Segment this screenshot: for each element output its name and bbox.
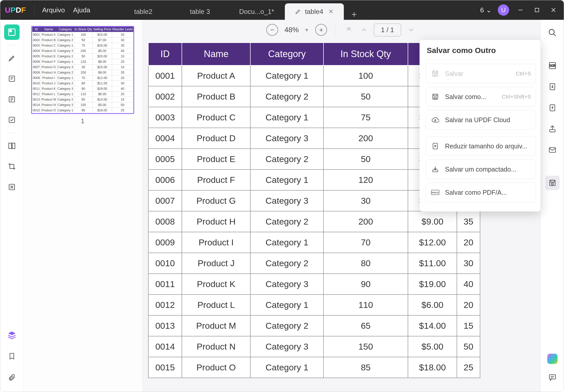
table-cell: 70: [323, 232, 408, 253]
minimize-button[interactable]: [515, 5, 526, 15]
table-row: 0012Product LCategory 1110$6.0020: [148, 295, 480, 315]
table-cell: 0009: [148, 232, 182, 253]
layers-tool[interactable]: [4, 327, 20, 343]
save-cloud-button[interactable]: Salvar na UPDF Cloud: [426, 110, 536, 130]
next-page-button[interactable]: [406, 25, 416, 35]
left-toolbar-bottom: [4, 327, 20, 392]
share-button[interactable]: [545, 122, 560, 136]
zoom-in-button[interactable]: +: [315, 24, 327, 36]
table-cell: 50: [323, 149, 408, 170]
table-row: 0011Product KCategory 390$19.0040: [148, 274, 480, 295]
table-cell: Product O: [182, 357, 250, 378]
table-row: 0008Product HCategory 2200$9.0035: [148, 211, 480, 232]
ocr-button[interactable]: OCR: [545, 58, 560, 73]
table-cell: $18.00: [408, 357, 457, 378]
attachment-tool[interactable]: [4, 370, 20, 385]
page-indicator[interactable]: 1 / 1: [374, 23, 401, 37]
table-cell: Product B: [182, 86, 250, 107]
save-flatten-button[interactable]: Salvar um compactado...: [426, 159, 536, 179]
table-cell: $6.00: [408, 295, 457, 315]
svg-rect-29: [549, 375, 556, 379]
table-cell: Category 2: [250, 315, 323, 336]
table-cell: Category 1: [250, 295, 323, 315]
bookmark-tool[interactable]: [4, 349, 20, 364]
tab-label: table2: [134, 8, 152, 16]
menu-help[interactable]: Ajuda: [69, 6, 95, 14]
page-thumbnail[interactable]: IDNameCategoryIn Stock QtySelling PriceR…: [31, 26, 134, 114]
save-as-other-button[interactable]: [545, 176, 560, 190]
search-button[interactable]: [545, 25, 560, 40]
table-cell: 0001: [148, 65, 182, 86]
read-tool[interactable]: [4, 92, 20, 107]
table-cell: Product C: [182, 107, 250, 128]
table-cell: 20: [457, 295, 480, 315]
svg-rect-27: [551, 180, 554, 182]
close-window-button[interactable]: [548, 5, 559, 15]
open-docs-count[interactable]: 6 ⌄: [480, 6, 492, 14]
tab-docu-o-1[interactable]: Docu...o_1*: [228, 3, 285, 20]
new-tab-button[interactable]: ＋: [348, 8, 360, 20]
table-cell: Product M: [182, 315, 250, 336]
save-button[interactable]: Salvar Ctrl+S: [426, 64, 536, 83]
batch-button[interactable]: [545, 101, 560, 115]
tab-label: table4: [305, 8, 323, 16]
comment-tool[interactable]: [4, 71, 20, 86]
table-cell: Category 1: [250, 170, 323, 190]
svg-text:OCR: OCR: [549, 64, 556, 67]
close-icon[interactable]: ✕: [328, 8, 334, 15]
first-page-button[interactable]: [344, 25, 354, 35]
table-cell: $12.00: [408, 232, 457, 253]
highlight-tool[interactable]: [4, 50, 20, 66]
tab-table2[interactable]: table2: [115, 3, 172, 20]
table-cell: Category 1: [250, 65, 323, 86]
redact-tool[interactable]: [4, 179, 20, 195]
table-cell: $9.00: [408, 211, 457, 232]
tab-label: Docu...o_1*: [239, 8, 274, 16]
organize-tool[interactable]: [4, 138, 20, 154]
prev-page-button[interactable]: [359, 25, 369, 35]
tab-label: table 3: [190, 8, 210, 16]
zoom-out-button[interactable]: −: [266, 24, 278, 36]
maximize-button[interactable]: [532, 5, 542, 15]
reduce-size-button[interactable]: Reduzir tamanho do arquiv...: [426, 136, 536, 156]
table-cell: $11.00: [408, 253, 457, 274]
zoom-level[interactable]: 48%: [283, 26, 300, 34]
toolbar-divider: [8, 45, 16, 45]
menu-file[interactable]: Arquivo: [38, 6, 69, 14]
table-cell: 100: [323, 65, 408, 86]
table-row: 0013Product MCategory 265$14.0015: [148, 315, 480, 336]
table-cell: 65: [323, 315, 408, 336]
menubar-right: 6 ⌄ U: [480, 4, 561, 16]
chevron-down-icon[interactable]: ▾: [305, 27, 308, 33]
table-cell: 80: [323, 253, 408, 274]
edit-tool[interactable]: [4, 112, 20, 128]
table-cell: Category 3: [250, 336, 323, 357]
table-cell: 30: [323, 190, 408, 211]
ai-assistant-button[interactable]: [547, 354, 558, 364]
email-button[interactable]: [545, 143, 560, 157]
thumbnails-tool[interactable]: [4, 24, 20, 40]
table-cell: 200: [323, 128, 408, 149]
flatten-icon: [431, 165, 440, 174]
chat-button[interactable]: [545, 370, 560, 385]
tab-table3[interactable]: table 3: [172, 3, 228, 20]
table-cell: 25: [457, 357, 480, 378]
save-pdfa-button[interactable]: PDF/A Salvar como PDF/A...: [426, 183, 536, 202]
table-cell: Category 2: [250, 253, 323, 274]
crop-tool[interactable]: [4, 159, 20, 174]
edit-icon: [295, 8, 301, 15]
table-cell: 15: [457, 315, 480, 336]
table-cell: 90: [323, 274, 408, 295]
tab-table4[interactable]: table4 ✕: [285, 3, 344, 20]
save-as-button[interactable]: Salvar como... Ctrl+Shift+S: [426, 87, 536, 106]
svg-line-19: [553, 34, 556, 36]
convert-button[interactable]: [545, 79, 560, 94]
user-avatar[interactable]: U: [498, 4, 509, 16]
thumbnail-page-number: 1: [81, 118, 84, 125]
table-cell: 50: [457, 336, 480, 357]
table-cell: 0008: [148, 211, 182, 232]
table-cell: Product F: [182, 170, 250, 190]
toolbar-divider: [8, 133, 16, 133]
table-cell: 0011: [148, 274, 182, 295]
table-cell: Category 2: [250, 149, 323, 170]
